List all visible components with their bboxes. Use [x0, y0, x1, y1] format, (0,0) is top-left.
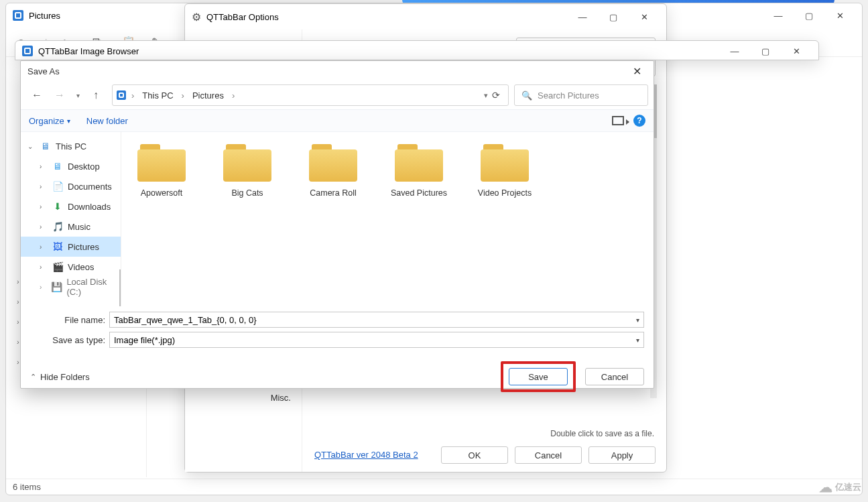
version-link[interactable]: QTTabBar ver 2048 Beta 2: [314, 450, 418, 460]
breadcrumb[interactable]: This PC Pictures ▾⟳: [112, 84, 509, 106]
browser-minimize[interactable]: —: [719, 40, 750, 62]
apply-button[interactable]: Apply: [588, 446, 656, 464]
explorer-status: 6 items: [6, 479, 862, 495]
explorer-close[interactable]: ✕: [824, 5, 855, 26]
gear-icon: [192, 11, 201, 23]
options-close[interactable]: ✕: [629, 6, 660, 27]
folder-video-projects[interactable]: Video Projects: [471, 144, 538, 198]
organize-button[interactable]: Organize▾: [29, 116, 70, 126]
breadcrumb-current[interactable]: Pictures: [190, 90, 227, 101]
folder-icon: [137, 144, 186, 182]
breadcrumb-icon: [117, 90, 126, 100]
saveas-cancel-button[interactable]: Cancel: [585, 368, 644, 385]
folder-icon: [223, 144, 271, 182]
options-maximize[interactable]: ▢: [598, 6, 629, 27]
nav-history-dropdown[interactable]: ▾: [72, 92, 84, 99]
tree-scrollbar[interactable]: [119, 269, 121, 306]
filename-label: File name:: [30, 315, 105, 325]
save-hint: Double click to save as a file.: [550, 429, 654, 438]
nav-forward-icon: →: [49, 84, 70, 106]
tree-videos[interactable]: ›🎬Videos: [21, 257, 121, 277]
image-browser-window: QTTabBar Image Browser — ▢ ✕: [15, 40, 819, 60]
watermark: 亿速云: [819, 479, 861, 495]
tree-pictures[interactable]: ›🖼Pictures: [21, 237, 121, 257]
nav-up-icon[interactable]: ↑: [85, 84, 107, 106]
browser-app-icon: [22, 46, 33, 56]
chevron-down-icon[interactable]: ▾: [636, 316, 639, 324]
folder-icon: [309, 144, 357, 182]
chevron-down-icon[interactable]: ▾: [636, 336, 639, 344]
tree-local-disk[interactable]: ›💾Local Disk (C:): [21, 277, 121, 297]
nav-back-icon[interactable]: ←: [26, 84, 48, 106]
breadcrumb-dropdown-icon[interactable]: ▾: [484, 91, 488, 100]
folder-big-cats[interactable]: Big Cats: [214, 144, 281, 198]
folder-apowersoft[interactable]: Apowersoft: [128, 144, 195, 198]
explorer-maximize[interactable]: ▢: [794, 5, 824, 26]
options-title: QTTabBar Options: [206, 12, 279, 22]
tree-downloads[interactable]: ›⬇Downloads: [21, 196, 121, 216]
tree-documents[interactable]: ›📄Documents: [21, 176, 121, 196]
save-button[interactable]: Save: [509, 368, 568, 385]
refresh-icon[interactable]: ⟳: [492, 90, 500, 101]
folder-saved-pictures[interactable]: Saved Pictures: [385, 144, 452, 198]
breadcrumb-root[interactable]: This PC: [139, 90, 176, 101]
saveas-footer: ⌃Hide Folders Save Cancel: [21, 355, 654, 400]
tree-music[interactable]: ›🎵Music: [21, 216, 121, 237]
save-highlight: Save: [501, 361, 576, 392]
view-mode-icon[interactable]: [612, 116, 624, 125]
filetype-input[interactable]: Image file(*.jpg)▾: [109, 332, 644, 348]
folder-tree: ⌄🖥This PC ›🖥Desktop ›📄Documents ›⬇Downlo…: [21, 132, 121, 306]
filename-input[interactable]: TabBar_qwe_qwe_1_Tab_{0, 0, 0, 0}▾: [109, 312, 644, 328]
tree-this-pc[interactable]: ⌄🖥This PC: [21, 136, 121, 156]
browser-title: QTTabBar Image Browser: [38, 46, 139, 56]
help-icon[interactable]: ?: [633, 115, 645, 127]
browser-close[interactable]: ✕: [781, 40, 812, 62]
saveas-toolbar: Organize▾ New folder ?: [21, 109, 654, 132]
filetype-label: Save as type:: [30, 335, 105, 345]
tree-desktop[interactable]: ›🖥Desktop: [21, 156, 121, 176]
new-folder-button[interactable]: New folder: [86, 116, 128, 126]
options-minimize[interactable]: —: [567, 6, 598, 27]
folder-camera-roll[interactable]: Camera Roll: [300, 144, 367, 198]
folder-icon: [395, 144, 443, 182]
hide-folders-button[interactable]: ⌃Hide Folders: [30, 372, 90, 382]
saveas-header: Save As ✕: [21, 61, 654, 81]
explorer-title: Pictures: [29, 11, 60, 21]
folder-content: Apowersoft Big Cats Camera Roll Saved Pi…: [121, 132, 654, 306]
cancel-button[interactable]: Cancel: [515, 446, 582, 464]
options-titlebar: QTTabBar Options — ▢ ✕: [185, 4, 666, 29]
folder-icon: [481, 144, 529, 182]
saveas-title: Save As: [27, 66, 60, 76]
explorer-minimize[interactable]: —: [763, 5, 794, 26]
saveas-fields: File name: TabBar_qwe_qwe_1_Tab_{0, 0, 0…: [21, 306, 654, 355]
ok-button[interactable]: OK: [441, 446, 508, 464]
explorer-app-icon: [13, 10, 23, 21]
search-input[interactable]: Search Pictures: [514, 84, 648, 106]
saveas-nav: ← → ▾ ↑ This PC Pictures ▾⟳ Search Pictu…: [21, 81, 654, 109]
saveas-close-icon[interactable]: ✕: [627, 65, 647, 78]
save-as-dialog: Save As ✕ ← → ▾ ↑ This PC Pictures ▾⟳ Se…: [20, 60, 654, 389]
browser-maximize[interactable]: ▢: [750, 40, 781, 62]
